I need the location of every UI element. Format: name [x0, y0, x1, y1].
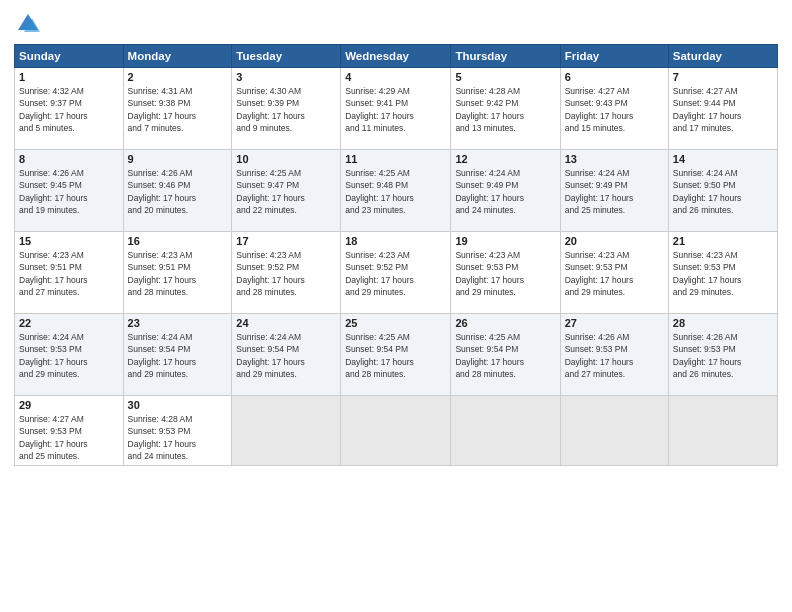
- day-number: 1: [19, 71, 119, 83]
- weekday-header-wednesday: Wednesday: [341, 45, 451, 68]
- day-info: Sunrise: 4:25 AM Sunset: 9:48 PM Dayligh…: [345, 167, 446, 216]
- day-number: 10: [236, 153, 336, 165]
- header-row: SundayMondayTuesdayWednesdayThursdayFrid…: [15, 45, 778, 68]
- day-info: Sunrise: 4:24 AM Sunset: 9:49 PM Dayligh…: [455, 167, 555, 216]
- day-number: 29: [19, 399, 119, 411]
- day-number: 18: [345, 235, 446, 247]
- day-info: Sunrise: 4:26 AM Sunset: 9:53 PM Dayligh…: [565, 331, 664, 380]
- day-cell: 23Sunrise: 4:24 AM Sunset: 9:54 PM Dayli…: [123, 314, 232, 396]
- day-cell: 18Sunrise: 4:23 AM Sunset: 9:52 PM Dayli…: [341, 232, 451, 314]
- day-info: Sunrise: 4:29 AM Sunset: 9:41 PM Dayligh…: [345, 85, 446, 134]
- day-number: 2: [128, 71, 228, 83]
- day-cell: 21Sunrise: 4:23 AM Sunset: 9:53 PM Dayli…: [668, 232, 777, 314]
- day-number: 28: [673, 317, 773, 329]
- day-info: Sunrise: 4:24 AM Sunset: 9:54 PM Dayligh…: [236, 331, 336, 380]
- week-row-4: 22Sunrise: 4:24 AM Sunset: 9:53 PM Dayli…: [15, 314, 778, 396]
- day-number: 4: [345, 71, 446, 83]
- day-cell: 16Sunrise: 4:23 AM Sunset: 9:51 PM Dayli…: [123, 232, 232, 314]
- day-number: 24: [236, 317, 336, 329]
- day-number: 17: [236, 235, 336, 247]
- day-info: Sunrise: 4:24 AM Sunset: 9:50 PM Dayligh…: [673, 167, 773, 216]
- day-cell: 3Sunrise: 4:30 AM Sunset: 9:39 PM Daylig…: [232, 68, 341, 150]
- weekday-header-thursday: Thursday: [451, 45, 560, 68]
- day-number: 7: [673, 71, 773, 83]
- week-row-2: 8Sunrise: 4:26 AM Sunset: 9:45 PM Daylig…: [15, 150, 778, 232]
- day-cell: 25Sunrise: 4:25 AM Sunset: 9:54 PM Dayli…: [341, 314, 451, 396]
- weekday-header-monday: Monday: [123, 45, 232, 68]
- day-cell: 1Sunrise: 4:32 AM Sunset: 9:37 PM Daylig…: [15, 68, 124, 150]
- day-cell: 20Sunrise: 4:23 AM Sunset: 9:53 PM Dayli…: [560, 232, 668, 314]
- day-cell: [232, 396, 341, 466]
- day-number: 16: [128, 235, 228, 247]
- day-info: Sunrise: 4:23 AM Sunset: 9:53 PM Dayligh…: [673, 249, 773, 298]
- day-cell: [451, 396, 560, 466]
- day-info: Sunrise: 4:23 AM Sunset: 9:53 PM Dayligh…: [455, 249, 555, 298]
- day-number: 8: [19, 153, 119, 165]
- day-info: Sunrise: 4:24 AM Sunset: 9:53 PM Dayligh…: [19, 331, 119, 380]
- day-number: 26: [455, 317, 555, 329]
- day-info: Sunrise: 4:26 AM Sunset: 9:46 PM Dayligh…: [128, 167, 228, 216]
- day-info: Sunrise: 4:27 AM Sunset: 9:53 PM Dayligh…: [19, 413, 119, 462]
- day-cell: 30Sunrise: 4:28 AM Sunset: 9:53 PM Dayli…: [123, 396, 232, 466]
- week-row-5: 29Sunrise: 4:27 AM Sunset: 9:53 PM Dayli…: [15, 396, 778, 466]
- day-cell: [341, 396, 451, 466]
- weekday-header-saturday: Saturday: [668, 45, 777, 68]
- header: [14, 10, 778, 38]
- week-row-1: 1Sunrise: 4:32 AM Sunset: 9:37 PM Daylig…: [15, 68, 778, 150]
- day-cell: 24Sunrise: 4:24 AM Sunset: 9:54 PM Dayli…: [232, 314, 341, 396]
- logo-icon: [14, 10, 42, 38]
- day-number: 6: [565, 71, 664, 83]
- page: SundayMondayTuesdayWednesdayThursdayFrid…: [0, 0, 792, 612]
- day-number: 5: [455, 71, 555, 83]
- day-info: Sunrise: 4:26 AM Sunset: 9:53 PM Dayligh…: [673, 331, 773, 380]
- day-info: Sunrise: 4:28 AM Sunset: 9:53 PM Dayligh…: [128, 413, 228, 462]
- day-info: Sunrise: 4:23 AM Sunset: 9:52 PM Dayligh…: [345, 249, 446, 298]
- day-cell: 5Sunrise: 4:28 AM Sunset: 9:42 PM Daylig…: [451, 68, 560, 150]
- day-number: 27: [565, 317, 664, 329]
- weekday-header-friday: Friday: [560, 45, 668, 68]
- weekday-header-tuesday: Tuesday: [232, 45, 341, 68]
- day-info: Sunrise: 4:24 AM Sunset: 9:49 PM Dayligh…: [565, 167, 664, 216]
- day-cell: 10Sunrise: 4:25 AM Sunset: 9:47 PM Dayli…: [232, 150, 341, 232]
- day-info: Sunrise: 4:30 AM Sunset: 9:39 PM Dayligh…: [236, 85, 336, 134]
- day-cell: 27Sunrise: 4:26 AM Sunset: 9:53 PM Dayli…: [560, 314, 668, 396]
- day-info: Sunrise: 4:26 AM Sunset: 9:45 PM Dayligh…: [19, 167, 119, 216]
- day-info: Sunrise: 4:27 AM Sunset: 9:43 PM Dayligh…: [565, 85, 664, 134]
- day-number: 15: [19, 235, 119, 247]
- day-cell: 19Sunrise: 4:23 AM Sunset: 9:53 PM Dayli…: [451, 232, 560, 314]
- day-cell: 29Sunrise: 4:27 AM Sunset: 9:53 PM Dayli…: [15, 396, 124, 466]
- day-cell: 4Sunrise: 4:29 AM Sunset: 9:41 PM Daylig…: [341, 68, 451, 150]
- day-cell: 6Sunrise: 4:27 AM Sunset: 9:43 PM Daylig…: [560, 68, 668, 150]
- day-cell: 26Sunrise: 4:25 AM Sunset: 9:54 PM Dayli…: [451, 314, 560, 396]
- day-info: Sunrise: 4:23 AM Sunset: 9:51 PM Dayligh…: [19, 249, 119, 298]
- day-info: Sunrise: 4:23 AM Sunset: 9:51 PM Dayligh…: [128, 249, 228, 298]
- day-cell: 8Sunrise: 4:26 AM Sunset: 9:45 PM Daylig…: [15, 150, 124, 232]
- day-cell: [560, 396, 668, 466]
- day-number: 11: [345, 153, 446, 165]
- day-number: 14: [673, 153, 773, 165]
- day-number: 20: [565, 235, 664, 247]
- day-cell: 7Sunrise: 4:27 AM Sunset: 9:44 PM Daylig…: [668, 68, 777, 150]
- day-number: 3: [236, 71, 336, 83]
- day-info: Sunrise: 4:25 AM Sunset: 9:54 PM Dayligh…: [345, 331, 446, 380]
- calendar: SundayMondayTuesdayWednesdayThursdayFrid…: [14, 44, 778, 466]
- day-cell: 13Sunrise: 4:24 AM Sunset: 9:49 PM Dayli…: [560, 150, 668, 232]
- day-info: Sunrise: 4:23 AM Sunset: 9:53 PM Dayligh…: [565, 249, 664, 298]
- day-cell: 15Sunrise: 4:23 AM Sunset: 9:51 PM Dayli…: [15, 232, 124, 314]
- day-info: Sunrise: 4:32 AM Sunset: 9:37 PM Dayligh…: [19, 85, 119, 134]
- day-cell: 17Sunrise: 4:23 AM Sunset: 9:52 PM Dayli…: [232, 232, 341, 314]
- day-number: 19: [455, 235, 555, 247]
- day-cell: [668, 396, 777, 466]
- day-cell: 12Sunrise: 4:24 AM Sunset: 9:49 PM Dayli…: [451, 150, 560, 232]
- day-number: 30: [128, 399, 228, 411]
- day-cell: 14Sunrise: 4:24 AM Sunset: 9:50 PM Dayli…: [668, 150, 777, 232]
- day-cell: 11Sunrise: 4:25 AM Sunset: 9:48 PM Dayli…: [341, 150, 451, 232]
- weekday-header-sunday: Sunday: [15, 45, 124, 68]
- day-cell: 22Sunrise: 4:24 AM Sunset: 9:53 PM Dayli…: [15, 314, 124, 396]
- day-info: Sunrise: 4:25 AM Sunset: 9:47 PM Dayligh…: [236, 167, 336, 216]
- day-number: 22: [19, 317, 119, 329]
- day-info: Sunrise: 4:28 AM Sunset: 9:42 PM Dayligh…: [455, 85, 555, 134]
- logo: [14, 10, 46, 38]
- day-info: Sunrise: 4:31 AM Sunset: 9:38 PM Dayligh…: [128, 85, 228, 134]
- day-number: 12: [455, 153, 555, 165]
